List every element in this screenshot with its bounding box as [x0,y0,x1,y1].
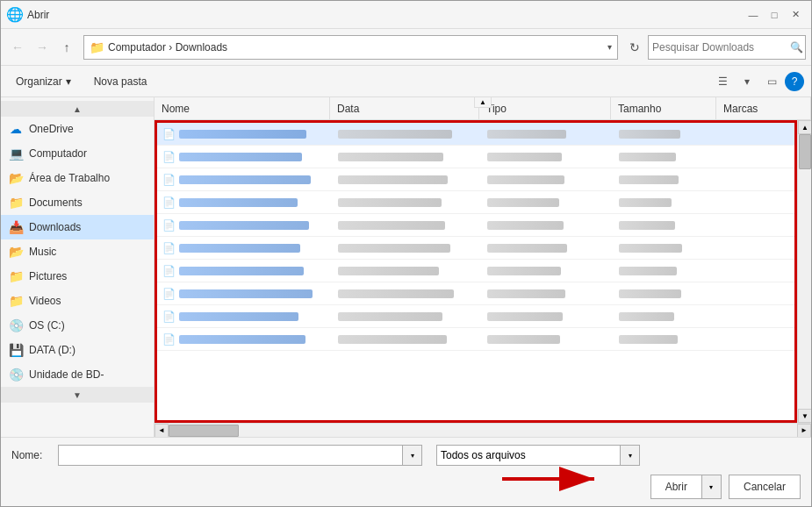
file-type-icon: 📄 [162,333,176,346]
filetype-dropdown-button[interactable]: ▾ [621,445,640,466]
file-list[interactable]: 📄📄📄📄📄📄📄📄📄📄 [154,120,797,423]
file-tamanho-blur [619,289,681,298]
sidebar-scroll-up[interactable]: ▲ [1,101,154,117]
sidebar-item-osc[interactable]: 💿OS (C:) [1,313,154,338]
file-type-icon: 📄 [162,288,176,300]
file-name-blur [179,312,298,321]
videos-icon: 📁 [8,293,24,309]
file-cell-data [333,282,482,304]
file-row[interactable]: 📄 [157,237,794,260]
osc-icon: 💿 [8,318,24,333]
title-bar: 🌐 Abrir — □ ✕ [1,1,811,29]
file-type-icon: 📄 [162,174,176,186]
file-row[interactable]: 📄 [157,191,794,214]
file-tipo-blur [487,335,560,344]
file-name-blur [179,153,302,161]
file-row[interactable]: 📄 [157,214,794,237]
sidebar-item-unidade[interactable]: 💿Unidade de BD- [1,362,154,387]
file-name-input-wrapper: ▾ [58,445,422,466]
scroll-thumb[interactable] [799,134,811,169]
collapse-button[interactable]: ▲ [474,97,492,108]
sidebar-item-music[interactable]: 📂Music [1,239,154,264]
file-cell-nome: 📄 [157,146,333,168]
file-row[interactable]: 📄 [157,146,794,168]
file-row[interactable]: 📄 [157,282,794,305]
back-button[interactable]: ← [6,36,29,59]
file-cell-tipo [482,260,614,282]
sort-marcas-button[interactable]: Marcas [716,97,811,120]
sort-tipo-button[interactable]: Tipo [479,97,611,120]
file-cell-data [333,168,482,190]
breadcrumb: Computador › Downloads [108,41,604,54]
cancel-button[interactable]: Cancelar [729,475,801,499]
filename-dropdown-button[interactable]: ▾ [403,445,422,466]
view-list-button[interactable]: ☰ [711,70,734,93]
new-folder-label: Nova pasta [94,75,147,88]
search-button[interactable]: 🔍 [787,36,805,59]
close-button[interactable]: ✕ [787,6,804,24]
new-folder-button[interactable]: Nova pasta [86,70,155,93]
help-button[interactable]: ? [785,72,804,91]
up-button[interactable]: ↑ [55,36,78,59]
file-row[interactable]: 📄 [157,123,794,146]
file-data-blur [338,267,439,275]
sidebar-item-videos[interactable]: 📁Videos [1,289,154,313]
open-dropdown-button[interactable]: ▾ [702,475,722,499]
vertical-scrollbar: ▲ ▼ [797,120,811,423]
file-row[interactable]: 📄 [157,305,794,328]
file-name-blur [179,175,311,184]
view-dropdown-button[interactable]: ▾ [736,70,758,93]
horiz-scroll-track [169,424,797,438]
sidebar-scroll-down[interactable]: ▼ [1,387,154,403]
refresh-button[interactable]: ↻ [623,36,646,59]
file-tamanho-blur [619,175,679,184]
scroll-down-button[interactable]: ▼ [798,409,811,423]
file-type-icon: 📄 [162,128,176,140]
sort-nome-button[interactable]: Nome [154,97,330,120]
sidebar-item-computador[interactable]: 💻Computador [1,141,154,166]
file-data-blur [338,289,454,298]
maximize-button[interactable]: □ [765,6,783,24]
dialog-title: Abrir [27,9,744,21]
scroll-track [798,134,811,409]
file-tipo-blur [487,267,561,275]
file-cell-tamanho [614,191,719,213]
horiz-scroll-thumb[interactable] [169,425,239,437]
file-name-input[interactable] [58,445,403,466]
file-cell-tipo [482,214,614,236]
sort-data-button[interactable]: Data [330,97,479,120]
file-data-blur [338,335,447,344]
preview-button[interactable]: ▭ [760,70,783,93]
scroll-up-button[interactable]: ▲ [798,120,811,134]
open-button[interactable]: Abrir [650,475,702,499]
file-type-icon: 📄 [162,196,176,209]
file-tamanho-blur [619,153,676,161]
file-cell-data [333,123,482,145]
file-row[interactable]: 📄 [157,168,794,191]
file-tipo-blur [487,153,562,161]
sidebar: ▲ ☁OneDrive💻Computador📂Área de Trabalho📁… [1,97,154,437]
scroll-right-button[interactable]: ► [797,424,811,438]
organize-button[interactable]: Organizar ▾ [8,70,79,93]
minimize-button[interactable]: — [744,6,762,24]
address-dropdown-button[interactable]: ▾ [607,42,612,52]
file-data-blur [338,198,442,207]
sidebar-item-areatrabalho[interactable]: 📂Área de Trabalho [1,166,154,190]
sidebar-item-onedrive[interactable]: ☁OneDrive [1,117,154,141]
sidebar-item-documents[interactable]: 📁Documents [1,190,154,215]
file-row[interactable]: 📄 [157,260,794,282]
file-cell-tamanho [614,123,719,145]
sidebar-item-label-downloads: Downloads [29,221,81,233]
file-row[interactable]: 📄 [157,328,794,351]
sidebar-item-pictures[interactable]: 📁Pictures [1,264,154,289]
forward-button[interactable]: → [31,36,54,59]
sort-tamanho-button[interactable]: Tamanho [611,97,716,120]
sidebar-item-datad[interactable]: 💾DATA (D:) [1,338,154,362]
scroll-left-button[interactable]: ◄ [154,424,169,438]
unidade-icon: 💿 [8,367,24,382]
pictures-icon: 📁 [8,268,24,284]
file-data-blur [338,130,452,139]
sidebar-item-downloads[interactable]: 📥Downloads [1,215,154,239]
search-input[interactable] [649,41,787,54]
view-controls: ☰ ▾ ▭ ? [711,70,804,93]
